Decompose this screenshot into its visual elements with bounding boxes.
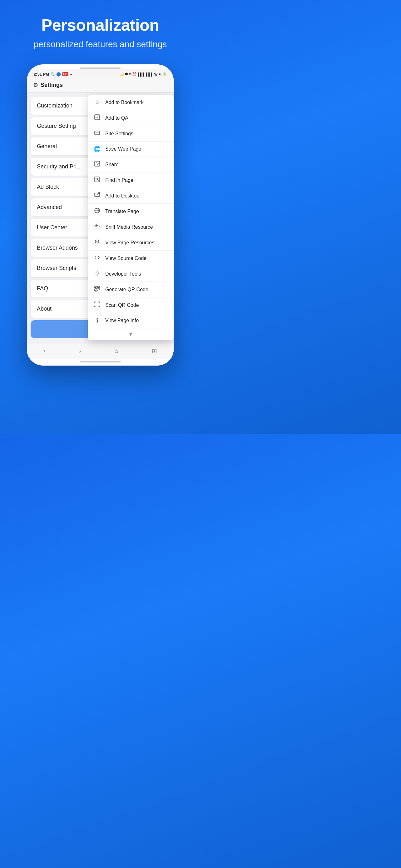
dropdown-item-label: Add to Desktop xyxy=(105,193,139,199)
dropdown-item-page-info[interactable]: ℹ View Page Info xyxy=(88,313,174,329)
page-subtitle: personalized features and settings xyxy=(34,39,167,50)
phone-mockup: 2:51 PM 🔍 🔵 PB ·· 🌙 ✱ ⊕ ⏰ ▌▌▌ ▌▌▌ WiFi 🔋… xyxy=(27,64,174,366)
dropdown-item-label: Add to Bookmark xyxy=(105,100,144,105)
dropdown-item-devtools[interactable]: Developer Tools xyxy=(88,266,174,282)
dropdown-item-label: View Page Info xyxy=(105,318,139,323)
app-content: ⚙ Settings Customization › Gesture Setti… xyxy=(27,78,174,359)
dropdown-item-add-desktop[interactable]: Add to Desktop xyxy=(88,188,174,204)
scan-icon xyxy=(93,302,101,309)
info-icon: ℹ xyxy=(93,317,101,324)
dropdown-item-site-settings[interactable]: Site Settings xyxy=(88,126,174,142)
settings-header: ⚙ Settings xyxy=(27,78,174,92)
bottom-nav: ‹ › ⌂ ⊞ xyxy=(27,344,174,359)
sniff-icon xyxy=(93,223,101,230)
gear-icon: ⚙ xyxy=(33,82,38,88)
dropdown-item-find[interactable]: Find in Page xyxy=(88,173,174,188)
translate-icon xyxy=(93,208,101,215)
dropdown-item-label: Save Web Page xyxy=(105,146,141,152)
code-icon xyxy=(93,255,101,262)
svg-rect-9 xyxy=(95,193,100,196)
settings-item-label: FAQ xyxy=(37,285,48,292)
svg-rect-27 xyxy=(95,290,96,290)
dropdown-item-label: Add to QA xyxy=(105,115,128,121)
dropdown-item-save-page[interactable]: 🌐 Save Web Page xyxy=(88,142,174,157)
signal-icon: ▌▌▌ xyxy=(138,72,145,76)
tabs-icon: ⊞ xyxy=(152,347,157,354)
dropdown-menu: ☆ Add to Bookmark Add to QA Site Setting… xyxy=(88,95,174,340)
vpn-icon: ⊕ xyxy=(129,72,132,76)
nav-forward[interactable]: › xyxy=(79,347,81,354)
bookmark-icon: ☆ xyxy=(93,99,101,106)
dropdown-item-qr-scan[interactable]: Scan QR Code xyxy=(88,298,174,313)
svg-rect-25 xyxy=(98,287,99,288)
nav-home[interactable]: ⌂ xyxy=(114,347,119,354)
settings-item-label: Ad Block xyxy=(37,184,59,190)
settings-item-label: Browser Addons xyxy=(37,245,78,251)
layers-icon xyxy=(93,239,101,246)
dropdown-item-label: View Page Resources xyxy=(105,240,154,246)
home-icon: ⌂ xyxy=(114,347,119,354)
dropdown-item-label: Site Settings xyxy=(105,131,133,136)
dropdown-item-qr-generate[interactable]: Generate QR Code xyxy=(88,282,174,298)
battery-icon: 🔋 xyxy=(162,72,167,76)
settings-item-label: Gesture Setting xyxy=(37,123,76,129)
find-icon xyxy=(93,177,101,184)
globe-icon: 🌐 xyxy=(93,146,101,153)
dropdown-item-label: Sniff Media Resource xyxy=(105,224,153,230)
svg-line-8 xyxy=(98,180,99,181)
status-time: 2:51 PM xyxy=(34,72,49,76)
settings-item-label: User Center xyxy=(37,224,67,231)
status-left: 2:51 PM 🔍 🔵 PB ·· xyxy=(34,72,72,76)
forward-icon: › xyxy=(79,347,81,354)
svg-rect-23 xyxy=(95,287,96,288)
back-icon: ‹ xyxy=(43,347,45,354)
svg-point-7 xyxy=(96,178,98,180)
status-right: 🌙 ✱ ⊕ ⏰ ▌▌▌ ▌▌▌ WiFi 🔋 xyxy=(120,72,167,76)
dropdown-item-label: View Source Code xyxy=(105,256,146,261)
devtools-icon xyxy=(93,270,101,277)
svg-point-17 xyxy=(96,272,98,274)
dropdown-item-bookmark[interactable]: ☆ Add to Bookmark xyxy=(88,95,174,110)
dropdown-item-page-resources[interactable]: View Page Resources xyxy=(88,235,174,251)
app-icon: PB xyxy=(62,72,68,76)
dropdown-item-label: Translate Page xyxy=(105,209,139,214)
add-desktop-icon xyxy=(93,192,101,199)
plus-box-icon xyxy=(93,114,101,122)
phone-bottom-bar xyxy=(80,361,121,363)
nav-back[interactable]: ‹ xyxy=(43,347,45,354)
location-icon: 🔍 xyxy=(50,72,55,76)
settings-item-label: General xyxy=(37,143,57,150)
dropdown-item-source[interactable]: View Source Code xyxy=(88,251,174,266)
dropdown-item-translate[interactable]: Translate Page xyxy=(88,204,174,219)
qr-icon xyxy=(93,286,101,293)
dropdown-item-label: Scan QR Code xyxy=(105,303,139,308)
signal2-icon: ▌▌▌ xyxy=(146,72,153,76)
dropdown-item-label: Developer Tools xyxy=(105,271,141,277)
dropdown-item-label: Find in Page xyxy=(105,178,133,183)
svg-line-10 xyxy=(97,192,100,195)
dropdown-item-label: Share xyxy=(105,162,119,167)
settings-item-label: About xyxy=(37,306,52,312)
bluetooth-icon: ✱ xyxy=(125,72,128,76)
moon-icon: 🌙 xyxy=(120,72,124,76)
svg-rect-3 xyxy=(95,131,100,135)
dropdown-item-qa[interactable]: Add to QA xyxy=(88,110,174,126)
settings-title: Settings xyxy=(41,82,63,88)
status-bar: 2:51 PM 🔍 🔵 PB ·· 🌙 ✱ ⊕ ⏰ ▌▌▌ ▌▌▌ WiFi 🔋 xyxy=(27,69,174,78)
settings-item-label: Browser Scripts xyxy=(37,265,76,272)
settings-item-label: Customization xyxy=(37,102,72,109)
svg-point-14 xyxy=(96,225,98,227)
dropdown-item-label: Generate QR Code xyxy=(105,287,148,292)
status-dots: ·· xyxy=(70,72,72,76)
dropdown-item-sniff[interactable]: Sniff Media Resource xyxy=(88,219,174,235)
dropdown-more-indicator: ▾ xyxy=(88,329,174,340)
svg-point-15 xyxy=(95,224,99,228)
dropdown-item-share[interactable]: Share xyxy=(88,157,174,173)
browser-icon: 🔵 xyxy=(56,72,61,76)
alarm-icon: ⏰ xyxy=(132,72,137,76)
share-icon xyxy=(93,161,101,168)
svg-rect-6 xyxy=(95,177,100,182)
page-title: Personalization xyxy=(41,16,159,34)
wifi-icon: WiFi xyxy=(154,72,162,76)
nav-tabs[interactable]: ⊞ xyxy=(152,347,157,354)
